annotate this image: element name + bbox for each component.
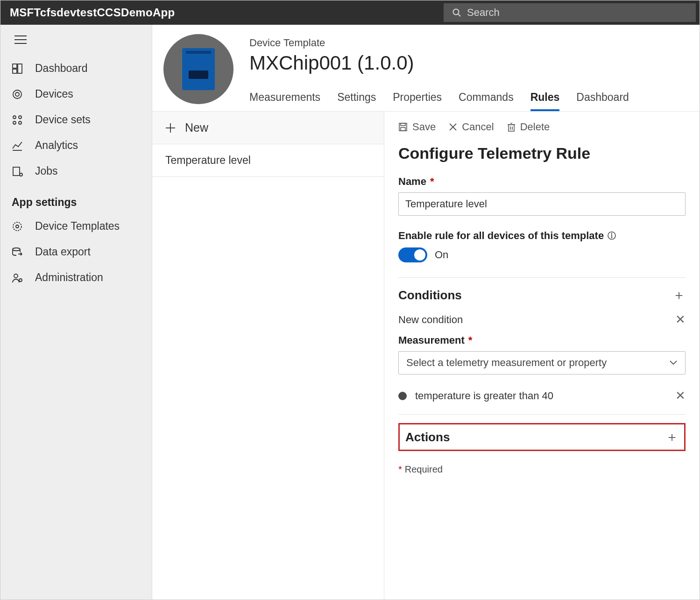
svg-rect-27 (401, 123, 405, 126)
dashboard-icon (12, 63, 23, 74)
hamburger-icon (14, 35, 27, 44)
tab-measurements[interactable]: Measurements (249, 91, 320, 111)
rule-config-panel: Save Cancel Delete Configure Telemetry R… (384, 112, 700, 600)
sidebar-item-label: Devices (35, 88, 73, 100)
devices-icon (12, 89, 23, 100)
enable-label: Enable rule for all devices of this temp… (398, 230, 686, 242)
sidebar-item-device-templates[interactable]: Device Templates (0, 213, 152, 239)
svg-rect-15 (13, 167, 20, 176)
administration-icon (12, 272, 23, 283)
sidebar-item-jobs[interactable]: Jobs (0, 158, 152, 184)
tab-settings[interactable]: Settings (337, 91, 376, 111)
search-placeholder: Search (467, 7, 500, 19)
svg-rect-5 (13, 64, 17, 68)
svg-line-1 (458, 14, 460, 16)
sidebar-item-analytics[interactable]: Analytics (0, 133, 152, 158)
search-box[interactable]: Search (444, 3, 696, 22)
svg-point-18 (16, 225, 19, 228)
measurement-placeholder: Select a telemetry measurement or proper… (406, 357, 607, 369)
tab-rules[interactable]: Rules (530, 91, 560, 111)
divider (398, 277, 686, 278)
measurement-label-text: Measurement (398, 334, 465, 346)
sidebar-item-dashboard[interactable]: Dashboard (0, 56, 152, 81)
sidebar-item-label: Device Templates (35, 220, 120, 233)
sidebar-item-devices[interactable]: Devices (0, 81, 152, 107)
rule-item[interactable]: Temperature level (152, 144, 384, 177)
sidebar-item-label: Dashboard (35, 62, 88, 75)
sidebar: Dashboard Devices Device sets Analytics … (0, 25, 152, 600)
condition-summary-text: temperature is greater than 40 (415, 390, 553, 402)
measurement-select[interactable]: Select a telemetry measurement or proper… (398, 351, 686, 374)
top-bar: MSFTcfsdevtestCCSDemoApp Search (0, 0, 700, 25)
svg-point-11 (19, 116, 21, 119)
header-subtitle: Device Template (249, 37, 688, 49)
sidebar-section-label: App settings (0, 184, 152, 213)
app-name: MSFTcfsdevtestCCSDemoApp (0, 6, 184, 19)
rule-item-label: Temperature level (165, 154, 251, 167)
required-note: *Required (398, 464, 686, 475)
sidebar-item-label: Analytics (35, 139, 78, 152)
delete-label: Delete (520, 121, 550, 133)
svg-point-12 (13, 121, 16, 124)
divider (398, 414, 686, 415)
svg-point-8 (13, 90, 21, 99)
delete-button[interactable]: Delete (507, 121, 550, 133)
rules-list: New Temperature level (152, 112, 384, 600)
add-action-button[interactable]: ＋ (665, 428, 679, 446)
sidebar-item-administration[interactable]: Administration (0, 265, 152, 290)
sidebar-item-label: Device sets (35, 113, 91, 126)
sidebar-item-label: Administration (35, 271, 103, 284)
svg-point-20 (14, 274, 18, 278)
panel-title: Configure Telemetry Rule (398, 144, 686, 162)
svg-point-19 (13, 248, 20, 251)
tab-commands[interactable]: Commands (459, 91, 514, 111)
actions-highlight: Actions ＋ (398, 423, 686, 451)
plus-icon (165, 123, 176, 133)
svg-point-9 (15, 92, 19, 96)
tabs: Measurements Settings Properties Command… (249, 91, 688, 111)
svg-point-0 (453, 9, 459, 15)
toggle-state: On (435, 249, 448, 261)
template-header: Device Template MXChip001 (1.0.0) Measur… (152, 25, 700, 112)
sidebar-item-label: Jobs (35, 165, 58, 177)
header-title: MXChip001 (1.0.0) (249, 52, 688, 74)
name-label-text: Name (398, 176, 426, 188)
existing-condition[interactable]: temperature is greater than 40 (398, 390, 553, 402)
actions-heading: Actions (405, 430, 450, 445)
device-sets-icon (12, 114, 23, 126)
conditions-section: Conditions ＋ (398, 286, 686, 304)
tab-dashboard[interactable]: Dashboard (576, 91, 629, 111)
svg-point-10 (13, 116, 16, 119)
required-note-text: Required (405, 464, 443, 474)
svg-point-17 (13, 222, 21, 231)
save-label: Save (412, 121, 436, 133)
required-asterisk: * (430, 176, 434, 188)
jobs-icon (12, 166, 23, 177)
svg-rect-28 (401, 127, 405, 131)
info-icon[interactable]: ⓘ (608, 230, 616, 241)
sidebar-item-data-export[interactable]: Data export (0, 239, 152, 265)
remove-new-condition-button[interactable]: ✕ (675, 312, 686, 327)
name-input[interactable] (398, 192, 686, 216)
svg-point-13 (19, 121, 21, 124)
device-templates-icon (12, 221, 23, 232)
enable-toggle[interactable] (398, 247, 427, 262)
svg-rect-6 (18, 64, 22, 73)
svg-point-21 (19, 279, 22, 282)
conditions-heading: Conditions (398, 288, 462, 303)
sidebar-item-device-sets[interactable]: Device sets (0, 107, 152, 133)
svg-point-16 (20, 173, 22, 176)
cancel-button[interactable]: Cancel (449, 121, 494, 133)
new-rule-label: New (185, 121, 208, 134)
svg-rect-31 (509, 125, 514, 131)
cancel-label: Cancel (462, 121, 494, 133)
hamburger-button[interactable] (0, 29, 152, 56)
remove-condition-button[interactable]: ✕ (675, 388, 686, 403)
tab-properties[interactable]: Properties (393, 91, 442, 111)
add-condition-button[interactable]: ＋ (672, 286, 686, 304)
new-rule-button[interactable]: New (152, 112, 384, 144)
command-bar: Save Cancel Delete (398, 121, 686, 133)
analytics-icon (12, 140, 23, 151)
name-label: Name* (398, 176, 686, 188)
save-button[interactable]: Save (398, 121, 436, 133)
